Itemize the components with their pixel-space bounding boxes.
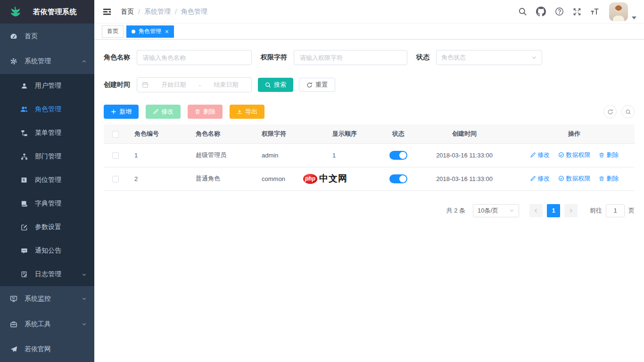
sidebar-item-home[interactable]: 首页 — [0, 24, 94, 49]
sidebar-item-label: 字典管理 — [35, 199, 61, 208]
sidebar-item-monitor[interactable]: 系统监控 — [0, 286, 94, 312]
prev-page-button[interactable] — [529, 204, 543, 217]
row-edit-link[interactable]: 修改 — [530, 151, 550, 159]
row-data-scope-link[interactable]: 数据权限 — [558, 174, 591, 183]
sidebar-collapse-icon[interactable] — [102, 7, 112, 17]
sidebar-item-role-mgmt[interactable]: 角色管理 — [0, 98, 94, 121]
row-data-scope-link[interactable]: 数据权限 — [558, 151, 591, 159]
search-icon[interactable] — [517, 6, 528, 17]
role-name-input[interactable] — [137, 50, 252, 65]
chevron-down-icon — [82, 321, 87, 327]
sidebar-item-label: 系统管理 — [25, 57, 51, 66]
php-cn-watermark: php 中文网 — [303, 173, 347, 185]
sidebar-item-post-mgmt[interactable]: 岗位管理 — [0, 168, 94, 192]
add-button[interactable]: 新增 — [104, 105, 139, 119]
sidebar-item-dept-mgmt[interactable]: 部门管理 — [0, 145, 94, 168]
status-toggle[interactable] — [389, 174, 407, 183]
calendar-icon — [142, 82, 149, 88]
sidebar-item-tools[interactable]: 系统工具 — [0, 312, 94, 337]
pen-icon — [530, 176, 536, 181]
sidebar-item-menu-mgmt[interactable]: 菜单管理 — [0, 121, 94, 145]
sidebar-item-label: 系统工具 — [25, 320, 51, 329]
tab-label: 角色管理 — [139, 27, 161, 35]
logo-bar[interactable]: 若依管理系统 — [0, 0, 94, 24]
tab-home[interactable]: 首页 — [102, 25, 124, 38]
status-toggle[interactable] — [389, 151, 407, 160]
github-icon[interactable] — [535, 6, 547, 17]
help-icon[interactable] — [554, 6, 565, 17]
col-perm-key: 权限字符 — [255, 124, 325, 143]
row-delete-link[interactable]: 删除 — [599, 174, 619, 183]
reset-button[interactable]: 重置 — [299, 78, 335, 92]
edit-square-icon — [20, 223, 28, 231]
search-button[interactable]: 搜索 — [258, 78, 293, 92]
table-tools — [603, 105, 635, 118]
goto-unit: 页 — [628, 206, 635, 215]
date-end-placeholder: 结束日期 — [206, 81, 247, 89]
goto-page-input[interactable] — [606, 204, 625, 217]
perm-key-input[interactable] — [294, 50, 407, 65]
table-header-row: 角色编号 角色名称 权限字符 显示顺序 状态 创建时间 操作 — [104, 124, 635, 143]
gear-icon — [9, 57, 18, 66]
edit-button[interactable]: 修改 — [146, 105, 181, 119]
log-icon — [20, 270, 28, 279]
cell-create-time: 2018-03-16 11:33:00 — [415, 167, 514, 190]
row-edit-link[interactable]: 修改 — [530, 174, 550, 183]
sidebar-item-config[interactable]: 参数设置 — [0, 215, 94, 239]
export-button-label: 导出 — [245, 107, 257, 116]
select-all-checkbox[interactable] — [112, 131, 119, 138]
cell-role-id: 2 — [127, 167, 189, 190]
trash-icon — [195, 109, 200, 115]
col-sort: 显示顺序 — [325, 124, 382, 143]
close-icon[interactable] — [165, 30, 169, 33]
app-title: 若依管理系统 — [33, 8, 77, 16]
sidebar-item-dict-mgmt[interactable]: 字典管理 — [0, 192, 94, 215]
cell-role-name: 普通角色 — [189, 167, 255, 190]
delete-button[interactable]: 删除 — [188, 105, 223, 119]
refresh-icon[interactable] — [603, 105, 617, 118]
tag-view-bar: 首页 角色管理 — [94, 24, 644, 40]
breadcrumb-current: 角色管理 — [181, 8, 207, 16]
search-toggle-icon[interactable] — [621, 105, 635, 118]
page-size-select[interactable]: 10条/页 — [473, 204, 519, 217]
status-select[interactable]: 角色状态 — [436, 50, 542, 65]
date-start-placeholder: 开始日期 — [153, 81, 194, 89]
sidebar-item-label: 参数设置 — [35, 223, 61, 231]
breadcrumb-separator: / — [175, 8, 177, 16]
font-size-icon[interactable] — [589, 6, 600, 17]
sidebar-item-log-mgmt[interactable]: 日志管理 — [0, 263, 94, 286]
chevron-up-icon — [82, 59, 87, 64]
status-select-placeholder: 角色状态 — [441, 53, 466, 62]
trash-icon — [599, 176, 604, 181]
toolbox-icon — [9, 320, 18, 329]
avatar[interactable] — [609, 2, 628, 21]
row-delete-link[interactable]: 删除 — [599, 151, 619, 159]
page-number-current[interactable]: 1 — [547, 204, 560, 217]
sidebar-item-label: 若依官网 — [25, 345, 51, 354]
filter-create-time: 创建时间 开始日期 - 结束日期 — [104, 77, 252, 92]
fullscreen-icon[interactable] — [572, 7, 582, 17]
sidebar-item-notice[interactable]: 通知公告 — [0, 239, 94, 263]
row-checkbox[interactable] — [112, 176, 119, 182]
next-page-button[interactable] — [564, 204, 578, 217]
sidebar-item-label: 部门管理 — [35, 152, 61, 161]
row-checkbox[interactable] — [112, 152, 119, 159]
table-row: 1 超级管理员 admin 1 2018-03-16 11:33:00 修改 数… — [104, 143, 635, 167]
total-count: 共 2 条 — [446, 206, 465, 215]
refresh-icon — [306, 82, 313, 88]
reset-button-label: 重置 — [315, 81, 328, 89]
export-button[interactable]: 导出 — [230, 105, 264, 119]
sidebar-item-system[interactable]: 系统管理 — [0, 49, 94, 74]
sidebar-item-user-mgmt[interactable]: 用户管理 — [0, 74, 94, 98]
chevron-down-icon — [531, 55, 537, 60]
org-tree-icon — [20, 152, 28, 161]
user-icon — [20, 82, 28, 90]
sidebar-item-official-site[interactable]: 若依官网 — [0, 337, 94, 362]
tab-role-mgmt[interactable]: 角色管理 — [126, 25, 174, 38]
filter-row-1: 角色名称 权限字符 状态 角色状态 — [104, 50, 635, 65]
perm-key-label: 权限字符 — [261, 53, 287, 62]
menu-tree-icon — [20, 129, 28, 137]
user-menu[interactable] — [609, 2, 636, 21]
breadcrumb-home[interactable]: 首页 — [121, 8, 134, 16]
date-range-picker[interactable]: 开始日期 - 结束日期 — [137, 77, 252, 92]
